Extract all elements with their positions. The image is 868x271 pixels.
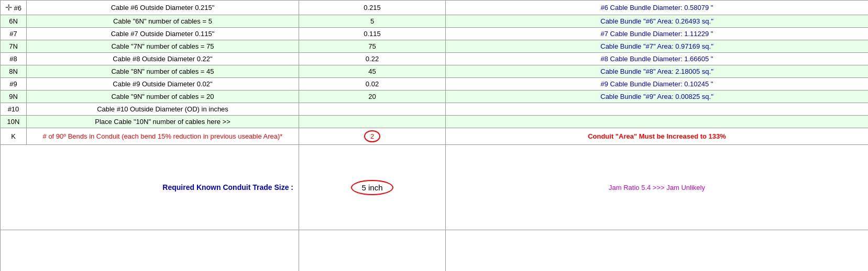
row-desc-cell: Cable "8N" number of cables = 45 (27, 65, 299, 78)
row-value-cell: 0.02 (299, 78, 446, 91)
table-row: 8NCable "8N" number of cables = 4545Cabl… (1, 65, 869, 78)
row-result-cell (446, 103, 869, 116)
row-id-cell: #9 (1, 78, 27, 91)
row-k-id: K (1, 128, 27, 145)
row-result-cell: #8 Cable Bundle Diameter: 1.66605 " (446, 53, 869, 65)
k-value-circle: 2 (364, 130, 380, 142)
row-desc-cell: Cable "9N" number of cables = 20 (27, 91, 299, 103)
row-id-cell: #8 (1, 53, 27, 65)
row-id-cell: 8N (1, 65, 27, 78)
row-desc-cell: Cable #10 Outside Diameter (OD) in inche… (27, 103, 299, 116)
row-k-value: 2 (299, 128, 446, 145)
main-table: ✛ #6Cable #6 Outside Diameter 0.215"0.21… (0, 0, 868, 271)
row-result-cell: Cable Bundle "#7" Area: 0.97169 sq." (446, 40, 869, 53)
table-row: 6NCable "6N" number of cables = 55Cable … (1, 15, 869, 28)
row-value-cell (299, 116, 446, 128)
row-value-cell: 75 (299, 40, 446, 53)
footer-row-2: Known Trade Size Conduit ID :5.073 inchF… (1, 230, 869, 272)
table-row: ✛ #6Cable #6 Outside Diameter 0.215"0.21… (1, 1, 869, 15)
row-value-cell: 20 (299, 91, 446, 103)
row-id-cell: ✛ #6 (1, 1, 27, 15)
row-value-cell: 5 (299, 15, 446, 28)
row-result-cell (446, 116, 869, 128)
row-desc-cell: Cable #6 Outside Diameter 0.215" (27, 1, 299, 15)
footer-row1-mid: Jam Ratio 5.4 >>> Jam Unlikely (446, 145, 869, 230)
table-row: #7Cable #7 Outside Diameter 0.115"0.115#… (1, 28, 869, 40)
footer-row1-value: 5 inch (299, 145, 446, 230)
row-desc-cell: Cable #7 Outside Diameter 0.115" (27, 28, 299, 40)
row-value-cell: 0.215 (299, 1, 446, 15)
table-row: #8Cable #8 Outside Diameter 0.22"0.22#8 … (1, 53, 869, 65)
row-id-cell: 10N (1, 116, 27, 128)
row-result-cell: #7 Cable Bundle Diameter: 1.11229 " (446, 28, 869, 40)
row-desc-cell: Cable #9 Outside Diameter 0.02" (27, 78, 299, 91)
table-row: 10NPlace Cable "10N" number of cables he… (1, 116, 869, 128)
footer-row1-value-circle: 5 inch (351, 180, 393, 195)
row-k: K# of 90º Bends in Conduit (each bend 15… (1, 128, 869, 145)
row-desc-cell: Cable "7N" number of cables = 75 (27, 40, 299, 53)
row-value-cell: 0.22 (299, 53, 446, 65)
row-result-cell: #9 Cable Bundle Diameter: 0.10245 " (446, 78, 869, 91)
table-row: #10Cable #10 Outside Diameter (OD) in in… (1, 103, 869, 116)
row-id-cell: 9N (1, 91, 27, 103)
table-row: 9NCable "9N" number of cables = 2020Cabl… (1, 91, 869, 103)
row-k-result: Conduit "Area" Must be Increased to 133% (446, 128, 869, 145)
row-result-cell: #6 Cable Bundle Diameter: 0.58079 " (446, 1, 869, 15)
table-row: #9Cable #9 Outside Diameter 0.02"0.02#9 … (1, 78, 869, 91)
row-value-cell (299, 103, 446, 116)
row-desc-cell: Cable "6N" number of cables = 5 (27, 15, 299, 28)
footer-row2-mid (446, 230, 869, 272)
row-id-cell: #7 (1, 28, 27, 40)
footer-row2-value: 5.073 inch (299, 230, 446, 272)
row-k-desc: # of 90º Bends in Conduit (each bend 15%… (27, 128, 299, 145)
footer-row1-label: Required Known Conduit Trade Size : (1, 145, 299, 230)
footer-row-1: Required Known Conduit Trade Size :5 inc… (1, 145, 869, 230)
row-id-cell: #10 (1, 103, 27, 116)
row-id-cell: 7N (1, 40, 27, 53)
row-result-cell: Cable Bundle "#9" Area: 0.00825 sq." (446, 91, 869, 103)
footer-row2-label: Known Trade Size Conduit ID : (1, 230, 299, 272)
row-id-cell: 6N (1, 15, 27, 28)
row-result-cell: Cable Bundle "#8" Area: 2.18005 sq." (446, 65, 869, 78)
row-desc-cell: Place Cable "10N" number of cables here … (27, 116, 299, 128)
move-icon: ✛ (5, 3, 12, 12)
row-result-cell: Cable Bundle "#6" Area: 0.26493 sq." (446, 15, 869, 28)
table-row: 7NCable "7N" number of cables = 7575Cabl… (1, 40, 869, 53)
row-value-cell: 0.115 (299, 28, 446, 40)
row-desc-cell: Cable #8 Outside Diameter 0.22" (27, 53, 299, 65)
row-value-cell: 45 (299, 65, 446, 78)
